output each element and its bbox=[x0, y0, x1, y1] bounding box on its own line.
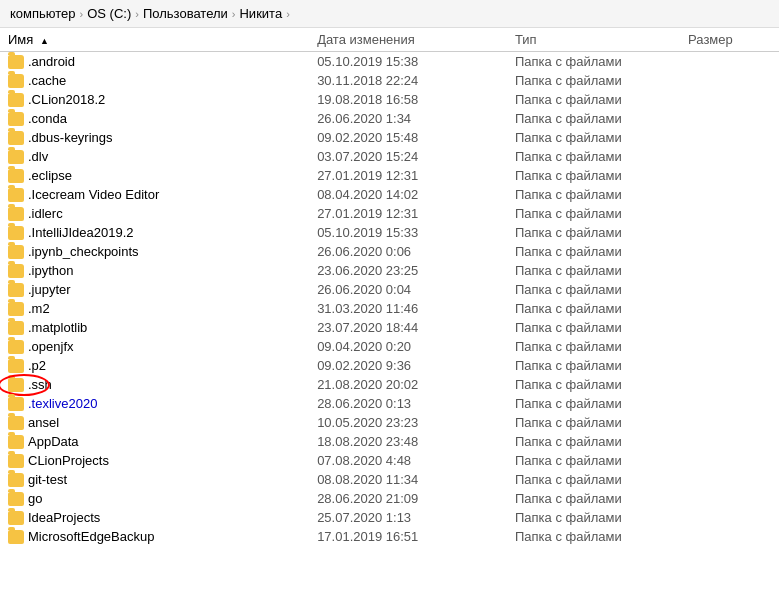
table-row[interactable]: .jupyter26.06.2020 0:04Папка с файлами bbox=[0, 280, 779, 299]
file-name-label: MicrosoftEdgeBackup bbox=[28, 529, 154, 544]
file-name-label: .texlive2020 bbox=[28, 396, 97, 411]
file-name-label: .m2 bbox=[28, 301, 50, 316]
folder-icon bbox=[8, 188, 24, 202]
file-list-container: Имя ▲ Дата изменения Тип Размер .android… bbox=[0, 28, 779, 593]
table-row[interactable]: .eclipse27.01.2019 12:31Папка с файлами bbox=[0, 166, 779, 185]
file-name-label: .Icecream Video Editor bbox=[28, 187, 159, 202]
file-date: 30.11.2018 22:24 bbox=[309, 71, 507, 90]
breadcrumb-item-nikita[interactable]: Никита bbox=[239, 6, 282, 21]
table-row[interactable]: git-test08.08.2020 11:34Папка с файлами bbox=[0, 470, 779, 489]
file-size bbox=[680, 90, 779, 109]
file-name-label: .cache bbox=[28, 73, 66, 88]
folder-icon bbox=[8, 226, 24, 240]
folder-icon bbox=[8, 283, 24, 297]
file-type: Папка с файлами bbox=[507, 356, 680, 375]
file-type: Папка с файлами bbox=[507, 109, 680, 128]
file-size bbox=[680, 470, 779, 489]
file-name-cell: .android bbox=[8, 54, 301, 69]
file-type: Папка с файлами bbox=[507, 375, 680, 394]
file-size bbox=[680, 489, 779, 508]
table-row[interactable]: .p209.02.2020 9:36Папка с файлами bbox=[0, 356, 779, 375]
table-row[interactable]: IdeaProjects25.07.2020 1:13Папка с файла… bbox=[0, 508, 779, 527]
file-name-label: .dbus-keyrings bbox=[28, 130, 113, 145]
table-row[interactable]: .texlive202028.06.2020 0:13Папка с файла… bbox=[0, 394, 779, 413]
file-name-label: IdeaProjects bbox=[28, 510, 100, 525]
table-header-row: Имя ▲ Дата изменения Тип Размер bbox=[0, 28, 779, 52]
folder-icon bbox=[8, 207, 24, 221]
file-date: 08.04.2020 14:02 bbox=[309, 185, 507, 204]
file-date: 07.08.2020 4:48 bbox=[309, 451, 507, 470]
table-row[interactable]: .CLion2018.219.08.2018 16:58Папка с файл… bbox=[0, 90, 779, 109]
table-row[interactable]: go28.06.2020 21:09Папка с файлами bbox=[0, 489, 779, 508]
breadcrumb-sep-2: › bbox=[135, 8, 139, 20]
file-name-cell: ansel bbox=[8, 415, 301, 430]
file-name-cell: .ipynb_checkpoints bbox=[8, 244, 301, 259]
file-name-label: .eclipse bbox=[28, 168, 72, 183]
file-name-label: .openjfx bbox=[28, 339, 74, 354]
file-size bbox=[680, 451, 779, 470]
file-date: 03.07.2020 15:24 bbox=[309, 147, 507, 166]
table-row[interactable]: .dlv03.07.2020 15:24Папка с файлами bbox=[0, 147, 779, 166]
col-header-size[interactable]: Размер bbox=[680, 28, 779, 52]
file-type: Папка с файлами bbox=[507, 52, 680, 72]
table-row[interactable]: .dbus-keyrings09.02.2020 15:48Папка с фа… bbox=[0, 128, 779, 147]
folder-icon bbox=[8, 530, 24, 544]
table-row[interactable]: .ssh21.08.2020 20:02Папка с файлами bbox=[0, 375, 779, 394]
table-row[interactable]: .Icecream Video Editor08.04.2020 14:02Па… bbox=[0, 185, 779, 204]
file-size bbox=[680, 147, 779, 166]
file-name-label: .idlerc bbox=[28, 206, 63, 221]
col-header-date[interactable]: Дата изменения bbox=[309, 28, 507, 52]
folder-icon bbox=[8, 321, 24, 335]
file-type: Папка с файлами bbox=[507, 261, 680, 280]
table-row[interactable]: .IntelliJIdea2019.205.10.2019 15:33Папка… bbox=[0, 223, 779, 242]
folder-icon bbox=[8, 93, 24, 107]
file-date: 21.08.2020 20:02 bbox=[309, 375, 507, 394]
folder-icon bbox=[8, 397, 24, 411]
file-name-label: .ipython bbox=[28, 263, 74, 278]
table-row[interactable]: ansel10.05.2020 23:23Папка с файлами bbox=[0, 413, 779, 432]
table-row[interactable]: AppData18.08.2020 23:48Папка с файлами bbox=[0, 432, 779, 451]
table-row[interactable]: .conda26.06.2020 1:34Папка с файлами bbox=[0, 109, 779, 128]
file-size bbox=[680, 432, 779, 451]
breadcrumb-item-computer[interactable]: компьютер bbox=[10, 6, 76, 21]
table-row[interactable]: .cache30.11.2018 22:24Папка с файлами bbox=[0, 71, 779, 90]
file-name-cell: .conda bbox=[8, 111, 301, 126]
file-size bbox=[680, 204, 779, 223]
file-type: Папка с файлами bbox=[507, 166, 680, 185]
table-row[interactable]: .matplotlib23.07.2020 18:44Папка с файла… bbox=[0, 318, 779, 337]
breadcrumb-sep-4: › bbox=[286, 8, 290, 20]
table-row[interactable]: .ipython23.06.2020 23:25Папка с файлами bbox=[0, 261, 779, 280]
file-date: 28.06.2020 21:09 bbox=[309, 489, 507, 508]
table-row[interactable]: CLionProjects07.08.2020 4:48Папка с файл… bbox=[0, 451, 779, 470]
file-name-label: .ssh bbox=[28, 377, 52, 392]
file-name-cell: .matplotlib bbox=[8, 320, 301, 335]
file-size bbox=[680, 185, 779, 204]
file-name-cell: go bbox=[8, 491, 301, 506]
folder-icon bbox=[8, 131, 24, 145]
table-row[interactable]: .idlerc27.01.2019 12:31Папка с файлами bbox=[0, 204, 779, 223]
file-name-cell: IdeaProjects bbox=[8, 510, 301, 525]
table-row[interactable]: .ipynb_checkpoints26.06.2020 0:06Папка с… bbox=[0, 242, 779, 261]
file-name-label: .IntelliJIdea2019.2 bbox=[28, 225, 134, 240]
file-date: 09.02.2020 9:36 bbox=[309, 356, 507, 375]
file-date: 26.06.2020 0:06 bbox=[309, 242, 507, 261]
table-row[interactable]: .android05.10.2019 15:38Папка с файлами bbox=[0, 52, 779, 72]
folder-icon bbox=[8, 340, 24, 354]
file-name-label: CLionProjects bbox=[28, 453, 109, 468]
table-row[interactable]: MicrosoftEdgeBackup17.01.2019 16:51Папка… bbox=[0, 527, 779, 546]
file-name-cell: CLionProjects bbox=[8, 453, 301, 468]
file-name-cell: .IntelliJIdea2019.2 bbox=[8, 225, 301, 240]
breadcrumb-item-drive[interactable]: OS (C:) bbox=[87, 6, 131, 21]
table-row[interactable]: .openjfx09.04.2020 0:20Папка с файлами bbox=[0, 337, 779, 356]
file-type: Папка с файлами bbox=[507, 394, 680, 413]
col-header-name[interactable]: Имя ▲ bbox=[0, 28, 309, 52]
col-header-type[interactable]: Тип bbox=[507, 28, 680, 52]
folder-icon bbox=[8, 454, 24, 468]
file-size bbox=[680, 318, 779, 337]
file-name-label: go bbox=[28, 491, 42, 506]
file-type: Папка с файлами bbox=[507, 299, 680, 318]
file-name-cell: .idlerc bbox=[8, 206, 301, 221]
breadcrumb-sep-3: › bbox=[232, 8, 236, 20]
breadcrumb-item-users[interactable]: Пользователи bbox=[143, 6, 228, 21]
table-row[interactable]: .m231.03.2020 11:46Папка с файлами bbox=[0, 299, 779, 318]
